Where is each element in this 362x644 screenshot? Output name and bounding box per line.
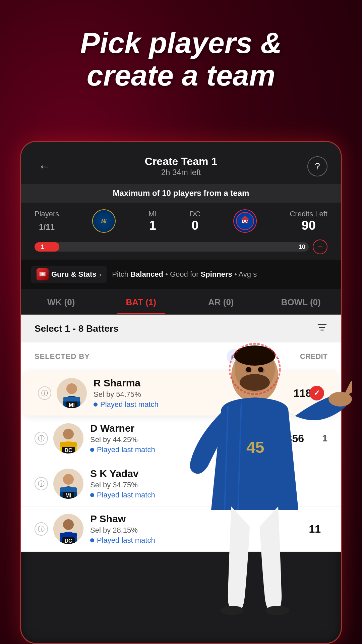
header-title-section: Create Team 1 2h 34m left <box>55 155 307 177</box>
position-tabs: WK (0) BAT (1) AR (0) BOWL (0) <box>21 289 341 315</box>
svg-rect-12 <box>63 397 80 401</box>
guru-icon <box>37 268 49 280</box>
dc-team-logo: DC <box>233 209 257 233</box>
mi-label: MI <box>148 210 157 218</box>
info-icon-r-sharma[interactable]: ⓘ <box>38 386 51 400</box>
max-players-notice: Maximum of 10 players from a team <box>21 184 341 203</box>
player-played-d-warner: Played last match <box>90 445 277 454</box>
played-dot-d-warner <box>90 448 94 452</box>
credits-stat: Credits Left 90 <box>290 210 327 233</box>
player-sel-r-sharma: Sel by 54.75% <box>94 390 291 399</box>
guru-chevron: › <box>99 271 101 278</box>
list-header: SELECTED BY ✏ POINTS ↓ CREDIT <box>21 342 341 371</box>
stats-bar: Players 1/11 MI MI 1 DC 0 <box>21 203 341 239</box>
time-left: 2h 34m left <box>55 168 307 177</box>
team-badge-d-warner: DC <box>62 447 75 453</box>
pitch-info: Pitch Balanced • Good for Spinners • Avg… <box>112 270 257 279</box>
dc-value: 0 <box>190 218 200 233</box>
team-badge-sk-yadav: MI <box>63 492 74 499</box>
player-row-d-warner[interactable]: ⓘ DC D Warner Sel by 44.25% Playe <box>21 416 341 461</box>
guru-tag[interactable]: Guru & Stats › <box>31 266 107 283</box>
team-badge-r-sharma: MI <box>66 401 77 408</box>
guru-label: Guru & Stats <box>51 270 96 279</box>
player-name-r-sharma: R Sharma <box>94 377 291 389</box>
progress-container: 1 10 − <box>21 239 341 260</box>
select-batters-row: Select 1 - 8 Batters <box>21 315 341 342</box>
player-played-r-sharma: Played last match <box>94 400 291 409</box>
player-info-sk-yadav: S K Yadav Sel by 34.75% Played last matc… <box>90 468 327 499</box>
minus-button[interactable]: − <box>313 239 327 254</box>
team-title: Create Team 1 <box>55 155 307 168</box>
mi-value: 1 <box>148 218 157 233</box>
player-name-p-shaw: P Shaw <box>90 513 294 525</box>
player-played-p-shaw: Played last match <box>90 536 294 545</box>
mi-logo-circle: MI <box>92 209 116 233</box>
player-played-sk-yadav: Played last match <box>90 491 327 499</box>
player-points-p-shaw: 11 <box>294 523 321 535</box>
played-dot-p-shaw <box>90 538 94 542</box>
hero-section: Pick players & create a team <box>0 27 362 92</box>
player-name-sk-yadav: S K Yadav <box>90 468 327 479</box>
help-button[interactable]: ? <box>307 156 327 176</box>
hero-title: Pick players & create a team <box>0 27 362 92</box>
app-card: ← Create Team 1 2h 34m left ? Maximum of… <box>20 141 342 644</box>
credits-label: Credits Left <box>290 210 327 218</box>
player-credits-d-warner: 1 <box>311 433 327 444</box>
player-info-r-sharma: R Sharma Sel by 54.75% Played last match <box>94 377 291 409</box>
svg-text:DC: DC <box>242 219 248 224</box>
guru-stats-bar[interactable]: Guru & Stats › Pitch Balanced • Good for… <box>21 260 341 289</box>
svg-point-10 <box>66 383 77 394</box>
player-name-d-warner: D Warner <box>90 423 277 434</box>
players-value: 1/11 <box>35 218 59 233</box>
info-icon-p-shaw[interactable]: ⓘ <box>35 522 48 536</box>
tab-wk[interactable]: WK (0) <box>21 289 101 314</box>
player-sel-p-shaw: Sel by 28.15% <box>90 526 294 535</box>
player-info-d-warner: D Warner Sel by 44.25% Played last match <box>90 423 277 454</box>
progress-start: 1 <box>38 242 47 252</box>
svg-point-5 <box>42 273 44 275</box>
player-sel-d-warner: Sel by 44.25% <box>90 435 277 444</box>
filter-icon[interactable] <box>317 322 327 335</box>
tab-ar[interactable]: AR (0) <box>181 289 261 314</box>
player-list: SELECTED BY ✏ POINTS ↓ CREDIT ⓘ <box>21 342 341 552</box>
back-button[interactable]: ← <box>35 156 55 176</box>
tab-bat[interactable]: BAT (1) <box>101 289 181 314</box>
player-info-p-shaw: P Shaw Sel by 28.15% Played last match <box>90 513 294 545</box>
svg-rect-20 <box>60 487 77 492</box>
col-credit: CREDIT <box>300 352 327 361</box>
tab-bowl[interactable]: BOWL (0) <box>261 289 341 314</box>
team-badge-p-shaw: DC <box>62 537 75 544</box>
player-row-p-shaw[interactable]: ⓘ DC P Shaw Sel by 28.15% Played <box>21 506 341 552</box>
app-header: ← Create Team 1 2h 34m left ? <box>21 142 341 184</box>
info-icon-sk-yadav[interactable]: ⓘ <box>35 477 48 490</box>
players-label: Players <box>35 210 59 218</box>
edit-icon[interactable]: ✏ <box>227 349 241 364</box>
mi-stat: MI 1 <box>148 210 157 233</box>
svg-rect-16 <box>60 442 77 447</box>
credits-value: 90 <box>290 218 327 233</box>
player-row-sk-yadav[interactable]: ⓘ MI S K Yadav Sel by 34.75% Play <box>21 461 341 506</box>
svg-point-22 <box>63 519 74 530</box>
dc-label: DC <box>190 210 200 218</box>
dc-stat: DC 0 <box>190 210 200 233</box>
avatar-p-shaw: DC <box>53 514 83 544</box>
played-dot-r-sharma <box>94 402 98 407</box>
select-batters-label: Select 1 - 8 Batters <box>35 323 119 334</box>
info-icon-d-warner[interactable]: ⓘ <box>35 432 48 445</box>
svg-point-18 <box>63 474 74 485</box>
svg-rect-24 <box>60 533 77 537</box>
dc-logo-circle: DC <box>233 209 257 233</box>
avatar-sk-yadav: MI <box>53 469 83 499</box>
player-progress-bar: 1 10 <box>35 242 309 252</box>
players-stat: Players 1/11 <box>35 210 59 233</box>
selected-badge-r-sharma: ✓ <box>309 386 324 400</box>
player-row-r-sharma[interactable]: ⓘ MI R Sharma Sel by 54.75% Playe <box>24 371 338 416</box>
player-sel-sk-yadav: Sel by 34.75% <box>90 481 327 489</box>
mi-team-logo: MI <box>92 209 116 233</box>
phone-frame: ← Create Team 1 2h 34m left ? Maximum of… <box>20 141 342 644</box>
svg-point-14 <box>63 429 74 439</box>
player-points-d-warner: 356 <box>277 432 304 445</box>
avatar-r-sharma: MI <box>57 378 87 408</box>
played-dot-sk-yadav <box>90 493 94 497</box>
col-selected-by: SELECTED BY <box>35 352 90 361</box>
